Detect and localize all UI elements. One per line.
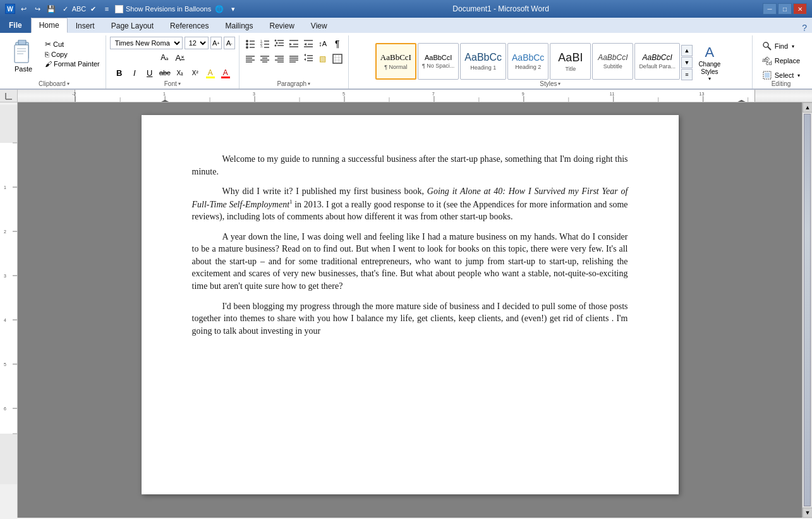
- maximize-button[interactable]: □: [778, 3, 792, 15]
- home-tab[interactable]: Home: [31, 18, 68, 33]
- title-bar-left: W ↩ ↪ 💾 ✓ ABC ✔ ≡ ✓ Show Revisions in Ba…: [5, 3, 239, 15]
- horizontal-ruler: -2 1 3 5 7 9 11 13: [0, 90, 812, 102]
- paragraph-4: I'd been blogging my progress through th…: [192, 300, 628, 338]
- format-painter-button[interactable]: 🖌 Format Painter: [43, 59, 102, 68]
- show-revisions-checkbox[interactable]: ✓ Show Revisions in Balloons: [115, 5, 211, 13]
- document-scroll[interactable]: Welcome to my guide to running a success…: [18, 102, 802, 518]
- align-center-icon: [260, 54, 270, 64]
- text-highlight-button[interactable]: A: [203, 66, 217, 80]
- scroll-up-button[interactable]: ▲: [803, 102, 812, 113]
- align-center-button[interactable]: [258, 52, 272, 66]
- increase-indent-button[interactable]: [301, 37, 315, 51]
- svg-marker-92: [736, 100, 746, 102]
- show-marks-button[interactable]: ¶: [330, 37, 344, 51]
- superscript-button[interactable]: X²: [188, 66, 202, 80]
- review-tab[interactable]: Review: [261, 18, 302, 33]
- checkbox-check[interactable]: ✓: [115, 5, 123, 13]
- svg-rect-95: [0, 434, 18, 484]
- align-right-button[interactable]: [272, 52, 286, 66]
- change-styles-icon: A: [705, 44, 715, 61]
- justify-button[interactable]: [287, 52, 301, 66]
- font-label: Font ▾: [106, 80, 239, 87]
- style-heading1[interactable]: AaBbCc Heading 1: [460, 43, 506, 80]
- italic-button[interactable]: I: [128, 66, 142, 80]
- file-tab[interactable]: File: [0, 18, 31, 33]
- vertical-scrollbar[interactable]: ▲ ▼: [802, 102, 812, 518]
- style-heading2[interactable]: AaBbCc Heading 2: [507, 43, 548, 80]
- qa-btn-4[interactable]: ✓: [59, 3, 71, 15]
- svg-text:3.: 3.: [260, 44, 263, 48]
- styles-scroll-arrows: ▲ ▼ ≡: [681, 45, 693, 80]
- borders-button[interactable]: [330, 52, 344, 66]
- font-name-select[interactable]: Times New Roman: [110, 37, 183, 49]
- styles-expand-arrow[interactable]: ▾: [558, 81, 561, 87]
- qa-btn-7[interactable]: ≡: [101, 3, 112, 15]
- find-button[interactable]: Find ▾: [759, 39, 804, 53]
- underline-button[interactable]: U: [143, 66, 157, 80]
- style-title[interactable]: AaBI Title: [550, 43, 591, 80]
- bullets-button[interactable]: [243, 37, 257, 51]
- qa-btn-5[interactable]: ABC: [73, 3, 85, 15]
- qa-dropdown-btn[interactable]: 🌐: [214, 3, 225, 15]
- decrease-font-button[interactable]: A-: [224, 37, 235, 49]
- cut-icon: ✂: [45, 40, 51, 49]
- paragraph-expand-arrow[interactable]: ▾: [308, 81, 310, 87]
- styles-scroll-down[interactable]: ▼: [681, 57, 693, 68]
- styles-scroll-up[interactable]: ▲: [681, 45, 693, 56]
- svg-text:4: 4: [4, 318, 6, 322]
- references-tab[interactable]: References: [162, 18, 217, 33]
- font-expand-arrow[interactable]: ▾: [178, 81, 181, 87]
- window-title: Document1 - Microsoft Word: [239, 4, 763, 13]
- help-icon[interactable]: ?: [802, 23, 807, 33]
- close-button[interactable]: ✕: [793, 3, 807, 15]
- change-styles-button[interactable]: A ChangeStyles ▾: [694, 41, 725, 85]
- style-default-preview: AaBbCcI: [642, 53, 672, 62]
- decrease-indent-button[interactable]: [287, 37, 301, 51]
- save-button[interactable]: 💾: [45, 3, 57, 15]
- undo-button[interactable]: ↩: [18, 3, 29, 15]
- minimize-button[interactable]: ─: [763, 3, 777, 15]
- view-tab[interactable]: View: [303, 18, 336, 33]
- style-default[interactable]: AaBbCcI Default Para...: [634, 43, 680, 80]
- numbering-button[interactable]: 1.2.3.: [258, 37, 272, 51]
- strikethrough-button[interactable]: abc: [158, 66, 172, 80]
- copy-button[interactable]: ⎘ Copy: [43, 50, 102, 59]
- scroll-down-button[interactable]: ▼: [803, 508, 812, 518]
- font-size-select[interactable]: 12: [185, 37, 209, 49]
- paragraph-2: Why did I write it? I published my first…: [192, 185, 628, 223]
- paragraph-label: Paragraph ▾: [239, 80, 348, 87]
- sort-button[interactable]: ↕A: [316, 37, 330, 51]
- align-left-button[interactable]: [243, 52, 257, 66]
- style-nospace-preview: AaBbCcI: [425, 54, 452, 61]
- clear-format-button[interactable]: A✕: [173, 51, 187, 64]
- bold-button[interactable]: B: [112, 66, 126, 80]
- svg-rect-53: [333, 54, 342, 63]
- paragraph-3: A year down the line, I was doing well a…: [192, 231, 628, 293]
- style-no-spacing[interactable]: AaBbCcI ¶ No Spaci...: [418, 43, 459, 80]
- replace-button[interactable]: abcd Replace: [759, 54, 804, 68]
- style-subtitle[interactable]: AaBbCcI Subtitle: [592, 43, 633, 80]
- mailings-tab[interactable]: Mailings: [217, 18, 261, 33]
- document-page: Welcome to my guide to running a success…: [142, 115, 679, 494]
- insert-tab[interactable]: Insert: [68, 18, 103, 33]
- line-spacing-button[interactable]: [301, 52, 315, 66]
- change-case-button[interactable]: Aₐ: [158, 51, 172, 64]
- style-normal[interactable]: AaBbCcI ¶ Normal: [375, 43, 416, 80]
- multilevel-list-button[interactable]: [272, 37, 286, 51]
- highlight-icon: A: [208, 68, 213, 77]
- qa-btn-6[interactable]: ✔: [87, 3, 99, 15]
- page-layout-tab[interactable]: Page Layout: [103, 18, 162, 33]
- clipboard-expand-arrow[interactable]: ▾: [67, 81, 70, 87]
- paste-button[interactable]: Paste: [6, 37, 40, 76]
- cut-button[interactable]: ✂ Cut: [43, 39, 102, 49]
- scroll-thumb[interactable]: [804, 114, 811, 506]
- styles-more[interactable]: ≡: [681, 69, 693, 80]
- shading-button[interactable]: ▧: [316, 52, 330, 66]
- redo-button[interactable]: ↪: [32, 3, 43, 15]
- subscript-button[interactable]: X₂: [173, 66, 187, 80]
- paragraph-row1: 1.2.3. ↕A ¶: [243, 37, 344, 51]
- increase-font-button[interactable]: A+: [210, 37, 222, 49]
- font-color-button[interactable]: A: [219, 66, 233, 80]
- ruler-corner[interactable]: [0, 90, 18, 102]
- qa-more-btn[interactable]: ▾: [227, 3, 239, 15]
